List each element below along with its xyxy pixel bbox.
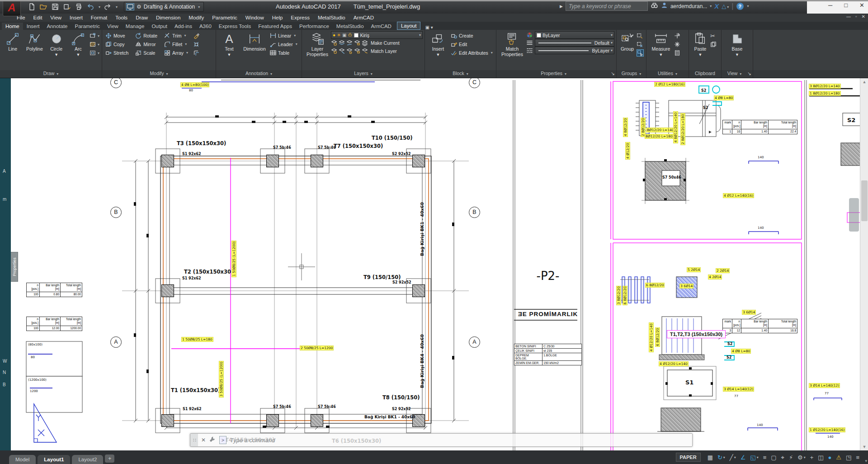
- panel-label-draw[interactable]: Draw ▾: [0, 70, 102, 78]
- ribbon-tab-output[interactable]: Output: [148, 23, 171, 30]
- menu-help[interactable]: Help: [268, 15, 287, 20]
- ribbon-tab-home[interactable]: Home: [2, 23, 23, 30]
- offset-button[interactable]: [193, 49, 199, 57]
- search-icon[interactable]: [651, 1, 658, 11]
- panel-label-clipboard[interactable]: Clipboard: [689, 70, 721, 78]
- menu-parametric[interactable]: Parametric: [208, 15, 241, 20]
- group-button[interactable]: Group: [618, 31, 636, 70]
- layout-tab-layout1[interactable]: Layout1: [38, 455, 70, 464]
- menu-dimension[interactable]: Dimension: [152, 15, 184, 20]
- arc-button[interactable]: Arc▾: [67, 31, 89, 70]
- doc-close-icon[interactable]: ✕: [862, 14, 865, 19]
- stretch-button[interactable]: Stretch: [104, 48, 133, 57]
- panel-label-view[interactable]: View ▾ ↘: [722, 70, 753, 78]
- ribbon-tab-parametric[interactable]: Parametric: [71, 23, 104, 30]
- command-line[interactable]: ∷ ✕ > Type a command: [190, 433, 693, 447]
- properties-palette-tab[interactable]: Properties: [11, 252, 18, 282]
- maximize-button[interactable]: □: [844, 2, 848, 9]
- annotation-monitor-icon[interactable]: +: [808, 454, 816, 461]
- menu-modify[interactable]: Modify: [184, 15, 208, 20]
- scroll-up-icon[interactable]: ▲: [860, 78, 868, 85]
- polyline-button[interactable]: Polyline: [24, 31, 45, 70]
- edit-block-button[interactable]: Edit: [449, 40, 494, 48]
- ribbon-tab-a360[interactable]: A360: [196, 23, 215, 30]
- help-caret-icon[interactable]: ▾: [747, 4, 749, 8]
- circle-button[interactable]: Circle▾: [46, 31, 67, 70]
- region-button[interactable]: ▾: [90, 49, 99, 57]
- menu-format[interactable]: Format: [87, 15, 111, 20]
- status-caret-icon[interactable]: ▾: [865, 459, 867, 463]
- edit-attributes-button[interactable]: Edit Attributes▾: [449, 48, 494, 57]
- paste-button[interactable]: Paste▾: [691, 31, 710, 70]
- layout-tab-model[interactable]: Model: [9, 455, 36, 464]
- ribbon-tab-featured-apps[interactable]: Featured Apps: [255, 23, 296, 30]
- navigation-bar[interactable]: [849, 198, 859, 232]
- search-expand-icon[interactable]: ▶: [560, 4, 563, 9]
- workspace-selector[interactable]: ⚙ Drafting & Annotation ▾: [124, 2, 204, 12]
- panel-label-properties[interactable]: Properties ▾ ↘: [496, 70, 616, 78]
- isodraft-icon[interactable]: ╱▾: [727, 454, 738, 461]
- table-button[interactable]: Table: [269, 48, 299, 57]
- annotation-visibility-icon[interactable]: ⌖: [779, 454, 787, 461]
- layer-properties-button[interactable]: Layer Properties: [304, 31, 331, 70]
- workspace-switching-icon[interactable]: ⚙▾: [795, 454, 808, 461]
- exchange-apps-icon[interactable]: X: [714, 2, 719, 10]
- scrollbar-thumb[interactable]: [861, 180, 868, 221]
- save-as-icon[interactable]: [62, 2, 71, 11]
- a360-icon[interactable]: △▾: [722, 3, 729, 9]
- layout-tab-layout2[interactable]: Layout2: [72, 455, 103, 464]
- ribbon-tab-performance[interactable]: Performance: [296, 23, 333, 30]
- snap-mode-icon[interactable]: ↻▾: [715, 454, 727, 461]
- lineweight-icon[interactable]: ≡: [761, 454, 769, 461]
- panel-label-groups[interactable]: Groups ▾: [617, 70, 646, 78]
- panel-label-utilities[interactable]: Utilities ▾: [646, 70, 689, 78]
- object-color-select[interactable]: ByLayer▾: [535, 31, 614, 39]
- paper-space-button[interactable]: PAPER: [676, 453, 701, 462]
- user-icon[interactable]: [661, 2, 668, 10]
- autocad-logo[interactable]: A: [3, 0, 21, 16]
- menu-armcad[interactable]: ArmCAD: [349, 15, 378, 20]
- linear-button[interactable]: Linear▾: [269, 31, 299, 40]
- open-icon[interactable]: [39, 2, 48, 11]
- new-layout-button[interactable]: +: [105, 455, 114, 463]
- base-button[interactable]: Base▾: [726, 31, 749, 70]
- doc-minimize-icon[interactable]: —: [846, 14, 851, 19]
- ribbon-options-icon[interactable]: ▣ ▾: [425, 25, 433, 30]
- dimension-button[interactable]: Dimension: [241, 31, 269, 70]
- rotate-button[interactable]: Rotate: [134, 31, 162, 40]
- fillet-button[interactable]: Fillet▾: [163, 40, 193, 48]
- customization-icon[interactable]: ≡: [854, 454, 862, 461]
- create-block-button[interactable]: Create: [449, 31, 494, 40]
- ribbon-tab-insert[interactable]: Insert: [23, 23, 43, 30]
- text-button[interactable]: A Text▾: [218, 31, 241, 70]
- polar-tracking-icon[interactable]: ∠: [738, 454, 748, 461]
- panel-label-modify[interactable]: Modify ▾: [102, 70, 216, 78]
- array-button[interactable]: Array▾: [163, 48, 193, 57]
- rectangle-button[interactable]: ▾: [90, 32, 99, 39]
- group-selection-toggle[interactable]: [637, 49, 644, 57]
- menu-insert[interactable]: Insert: [66, 15, 87, 20]
- ribbon-tab-view[interactable]: View: [104, 23, 122, 30]
- mirror-button[interactable]: Mirror: [134, 40, 162, 48]
- lineweight-select[interactable]: Default▾: [535, 39, 614, 47]
- panel-label-layers[interactable]: Layers ▾: [302, 70, 425, 78]
- menu-draw[interactable]: Draw: [132, 15, 152, 20]
- hatch-button[interactable]: ▾: [90, 41, 99, 48]
- menu-metalstudio[interactable]: MetalStudio: [314, 15, 349, 20]
- command-input[interactable]: Type a command: [230, 437, 275, 444]
- linetype-select[interactable]: ByLayer▾: [535, 47, 614, 54]
- new-icon[interactable]: [27, 2, 36, 11]
- help-icon[interactable]: ?: [736, 3, 744, 10]
- object-snap-icon[interactable]: ◱▾: [748, 454, 760, 461]
- ribbon-tab-layout[interactable]: Layout: [397, 22, 421, 30]
- doc-restore-icon[interactable]: ▫: [855, 14, 857, 19]
- search-input[interactable]: Type a keyword or phrase: [566, 1, 648, 11]
- command-close-icon[interactable]: ✕: [198, 437, 209, 443]
- line-button[interactable]: Line: [2, 31, 24, 70]
- point-button[interactable]: [674, 41, 680, 48]
- close-button[interactable]: ✕: [859, 2, 864, 9]
- scale-button[interactable]: Scale: [134, 48, 162, 57]
- explode-button[interactable]: [193, 41, 199, 48]
- command-grip[interactable]: ∷: [190, 434, 198, 446]
- ribbon-tab-metalstudio[interactable]: MetalStudio: [333, 23, 368, 30]
